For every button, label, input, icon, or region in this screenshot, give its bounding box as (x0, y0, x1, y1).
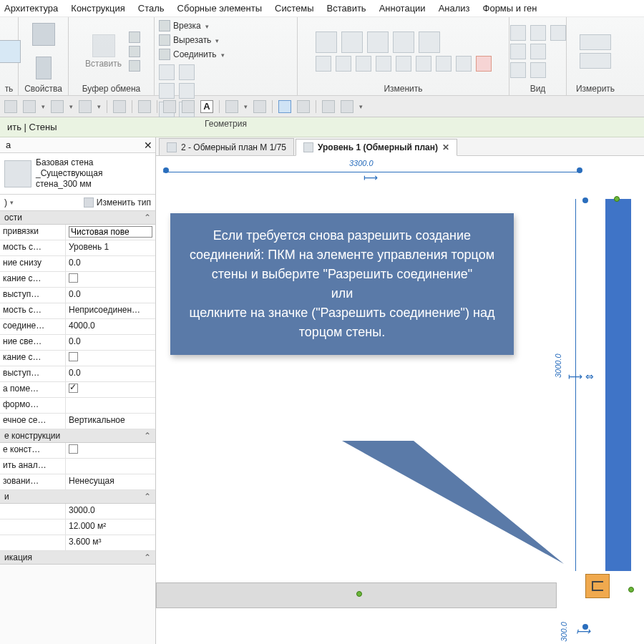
dimension-bottom[interactable]: 300.0 ⟼ (554, 625, 597, 637)
wall-end-control[interactable] (628, 587, 634, 592)
cope-button[interactable]: Врезка (159, 20, 293, 31)
prop-value-input[interactable] (69, 226, 152, 238)
prop-value[interactable]: Ненесущая (66, 474, 155, 489)
view-tool-icon[interactable] (510, 62, 526, 78)
close-tab-icon[interactable]: ✕ (442, 142, 449, 152)
prop-value[interactable] (66, 459, 155, 474)
measure-icon[interactable] (138, 100, 151, 113)
prop-value[interactable]: 3000.0 (66, 504, 155, 519)
menu-item[interactable]: Системы (275, 3, 313, 14)
dim-handle[interactable] (163, 167, 169, 173)
prop-checkbox[interactable] (69, 273, 78, 283)
tag-icon[interactable] (182, 100, 195, 113)
text-icon[interactable]: A (200, 100, 213, 113)
close-icon[interactable]: ✕ (144, 140, 152, 151)
cut-geom-button[interactable]: Вырезать (159, 34, 293, 46)
dimension-tick-icon[interactable]: ⟼ (364, 172, 378, 183)
category-header[interactable]: ости⌃ (0, 211, 155, 225)
scale-icon[interactable] (436, 56, 452, 72)
dimension-top[interactable]: 3300.0 (163, 159, 578, 168)
view-tool-icon[interactable] (530, 44, 546, 59)
geom-tool-icon[interactable] (179, 83, 195, 99)
pin-icon[interactable] (456, 56, 472, 72)
geom-tool-icon[interactable] (159, 83, 175, 99)
view-tool-icon[interactable] (530, 25, 546, 41)
prop-value[interactable]: 0.0 (66, 335, 155, 350)
menu-item[interactable]: Конструкция (71, 3, 125, 14)
dim-handle[interactable] (582, 197, 588, 203)
menu-item[interactable]: Анализ (439, 3, 470, 14)
geom-tool-icon[interactable] (159, 64, 175, 80)
cut-button[interactable] (129, 31, 140, 43)
type-selector[interactable]: Базовая стена _Существующая стена_300 мм (0, 153, 155, 195)
dim-handle[interactable] (577, 167, 582, 173)
offset-icon[interactable] (336, 56, 351, 72)
view-tool-icon[interactable] (550, 25, 566, 41)
menu-item[interactable]: Архитектура (4, 3, 58, 14)
prop-checkbox[interactable] (69, 384, 78, 393)
allow-join-handle[interactable] (585, 574, 610, 598)
category-header[interactable]: е конструкции⌃ (0, 429, 155, 443)
save-icon[interactable] (4, 100, 17, 113)
menu-item[interactable]: Аннотации (379, 3, 426, 14)
align-icon[interactable] (396, 56, 411, 72)
category-header[interactable]: и⌃ (0, 490, 155, 504)
rotate-icon[interactable] (356, 56, 371, 72)
join-geom-button[interactable]: Соединить (159, 49, 293, 60)
dim-handle[interactable] (582, 624, 588, 630)
dimension-icon[interactable] (163, 100, 176, 113)
prop-value[interactable]: 0.0 (66, 366, 155, 381)
split-icon[interactable] (393, 31, 414, 53)
prop-value[interactable]: 3.600 м³ (66, 535, 155, 550)
undo-icon[interactable] (51, 100, 64, 113)
measure-icon[interactable] (580, 34, 611, 50)
section-icon[interactable] (253, 100, 266, 113)
prop-checkbox[interactable] (69, 444, 78, 454)
sync-icon[interactable] (23, 100, 36, 113)
prop-value[interactable]: 0.0 (66, 288, 155, 303)
paste-button[interactable]: Вставить (82, 33, 125, 70)
edit-type-button[interactable]: Изменить тип (84, 197, 151, 208)
prop-value[interactable]: 12.000 м² (66, 519, 155, 535)
prop-value[interactable]: 4000.0 (66, 319, 155, 334)
close-hidden-icon[interactable] (297, 100, 310, 113)
category-header[interactable]: икация⌃ (0, 551, 155, 565)
activate-controls-icon[interactable] (316, 31, 337, 53)
thin-lines-icon[interactable] (278, 100, 291, 113)
copy-button[interactable] (129, 46, 140, 57)
delete-icon[interactable] (476, 56, 492, 72)
array-icon[interactable] (416, 56, 431, 72)
wall-end-control[interactable] (614, 196, 620, 202)
move-icon[interactable] (316, 56, 331, 72)
view-tab[interactable]: Уровень 1 (Обмерный план) ✕ (296, 139, 457, 156)
view-tab[interactable]: 2 - Обмерный план М 1/75 (159, 138, 294, 155)
view-tool-icon[interactable] (530, 62, 546, 78)
dimension-tick-icon[interactable]: ⟼ ⇔ (568, 371, 594, 382)
menu-item[interactable]: Вставить (327, 3, 366, 14)
prop-checkbox[interactable] (69, 352, 78, 361)
prop-value[interactable]: Вертикальное (66, 414, 155, 429)
type-selector-button[interactable] (33, 55, 54, 81)
menu-item[interactable]: Сталь (138, 3, 165, 14)
prop-value[interactable]: Неприсоединен… (66, 303, 155, 318)
wall-join-icon[interactable] (341, 31, 363, 53)
dimension-icon[interactable] (580, 53, 611, 69)
prop-value[interactable] (66, 398, 155, 413)
trim-icon[interactable] (419, 31, 440, 53)
switch-windows-icon[interactable] (322, 100, 335, 113)
tile-icon[interactable] (341, 100, 353, 113)
view-tool-icon[interactable] (510, 44, 526, 59)
menu-item[interactable]: Сборные элементы (177, 3, 262, 14)
properties-button[interactable] (29, 21, 58, 47)
wall-vertical[interactable] (605, 199, 631, 571)
match-button[interactable] (129, 60, 140, 72)
3d-icon[interactable] (225, 100, 238, 113)
wall-mid-control[interactable] (356, 591, 362, 597)
dimension-right[interactable]: 3000.0 (554, 199, 597, 571)
corner-icon[interactable] (376, 56, 391, 72)
mirror-icon[interactable] (367, 31, 389, 53)
view-tool-icon[interactable] (510, 25, 526, 41)
redo-icon[interactable] (79, 100, 92, 113)
menu-item[interactable]: Формы и ген (483, 3, 537, 14)
print-icon[interactable] (113, 100, 126, 113)
